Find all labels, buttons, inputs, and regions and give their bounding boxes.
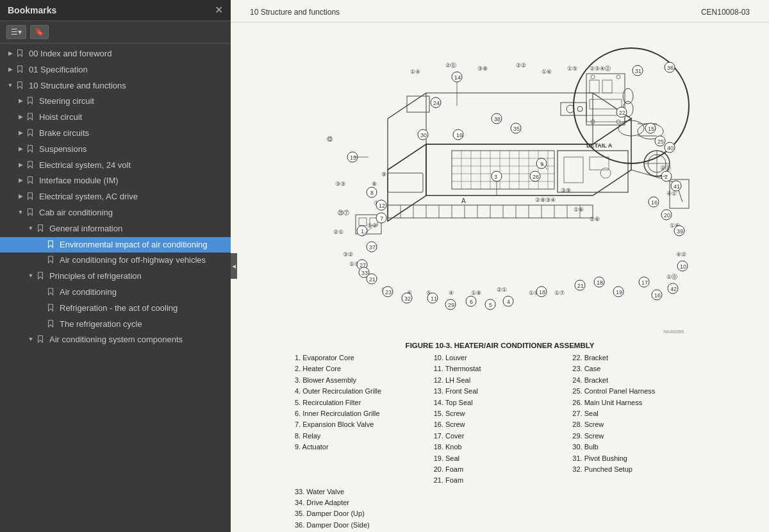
svg-text:④: ④ [449, 290, 454, 296]
collapse-arrow-down: ▼ [28, 224, 34, 233]
bookmark-item-acoffhighway[interactable]: ▶Air conditioning for off-highway vehicl… [0, 253, 231, 269]
collapse-arrow-down: ▼ [28, 272, 34, 280]
bookmark-item-refrigeration[interactable]: ▶Refrigeration - the act of cooling [0, 301, 231, 317]
bookmark-label-suspensions: Suspensions [39, 144, 226, 155]
bookmark-item-principles[interactable]: ▼Principles of refrigeration [0, 269, 231, 285]
svg-text:33: 33 [361, 270, 368, 276]
svg-text:①⑥: ①⑥ [574, 206, 584, 213]
bookmark-icon [27, 161, 36, 172]
close-button[interactable]: ✕ [215, 5, 223, 15]
svg-text:21: 21 [369, 276, 376, 283]
svg-text:13: 13 [350, 154, 356, 161]
svg-text:40: 40 [667, 145, 674, 151]
svg-text:①⓪: ①⓪ [666, 274, 677, 280]
collapse-arrow-down: ▼ [28, 335, 34, 344]
view-button[interactable]: ☰▾ [6, 25, 26, 39]
svg-text:2: 2 [665, 174, 668, 180]
svg-text:②⓪: ②⓪ [660, 165, 671, 171]
svg-text:25: 25 [657, 138, 664, 145]
bookmark-label-refcycle: The refrigeration cycle [60, 319, 226, 330]
bookmark-icon [27, 176, 36, 187]
svg-text:③③: ③③ [335, 181, 345, 187]
svg-text:②①: ②① [497, 287, 507, 293]
bookmark-icon [17, 81, 26, 92]
bookmark-icon [27, 97, 36, 108]
sidebar-collapse-handle[interactable]: ◀ [231, 253, 237, 279]
bookmark-icon [37, 335, 46, 346]
part-28: 28. Screw [572, 420, 705, 429]
collapse-arrow-right: ▶ [19, 192, 23, 201]
svg-text:②⑤④⓪: ②⑤④⓪ [590, 65, 611, 72]
svg-text:④①: ④① [666, 190, 677, 197]
svg-text:②⑧③④: ②⑧③④ [535, 197, 556, 203]
part-15: 15. Screw [434, 409, 566, 419]
bookmark-icon [47, 256, 56, 267]
svg-text:22: 22 [619, 110, 625, 116]
collapse-arrow-right: ▶ [19, 176, 23, 185]
svg-text:10: 10 [680, 263, 686, 270]
part-36: 36. Damper Door (Side) [295, 520, 427, 530]
bookmark-item-suspensions[interactable]: ▶Suspensions [0, 142, 231, 158]
svg-text:20: 20 [664, 212, 670, 219]
svg-text:30: 30 [420, 132, 427, 138]
bookmark-item-brake[interactable]: ▶Brake circuits [0, 126, 231, 142]
bookmark-item-cabair[interactable]: ▼Cab air conditioning [0, 205, 231, 221]
svg-text:14: 14 [454, 74, 461, 81]
bookmark-icon [47, 320, 56, 331]
bookmark-item-01-spec[interactable]: ▶01 Specification [0, 62, 231, 78]
svg-text:16: 16 [651, 199, 657, 206]
bookmark-item-electrical24[interactable]: ▶Electrical system, 24 volt [0, 158, 231, 174]
collapse-arrow-right: ▶ [19, 129, 23, 137]
bookmark-item-hoist[interactable]: ▶Hoist circuit [0, 110, 231, 126]
bookmark-icon [37, 224, 46, 235]
bookmark-icon [27, 129, 36, 140]
part-21: 21. Foam [434, 476, 566, 485]
bookmark-item-geninfo[interactable]: ▼General information [0, 221, 231, 237]
svg-text:19: 19 [616, 289, 622, 295]
bookmark-icon [17, 65, 26, 76]
part-22: 22. Bracket [572, 353, 705, 363]
bookmark-add-button[interactable]: 🔖 [30, 25, 49, 39]
bookmark-icon [47, 240, 56, 251]
bookmark-label-envimpact: Environmental impact of air conditioning [60, 239, 226, 251]
figure-caption: FIGURE 10-3. HEATER/AIR CONDITIONER ASSE… [295, 342, 705, 349]
bookmark-icon [17, 49, 26, 60]
svg-text:4: 4 [507, 299, 510, 305]
bookmark-item-electricalac[interactable]: ▶Electrical system, AC drive [0, 189, 231, 205]
bookmark-item-interfacemod[interactable]: ▶Interface module (IM) [0, 173, 231, 189]
bookmark-label-interfacemod: Interface module (IM) [39, 175, 226, 187]
part-2: 2. Heater Core [295, 364, 427, 374]
sidebar-header: Bookmarks ✕ [0, 0, 231, 21]
part-16: 16. Screw [434, 420, 566, 429]
bookmark-item-refcycle[interactable]: ▶The refrigeration cycle [0, 317, 231, 333]
part-34: 34. Drive Adapter [295, 498, 427, 508]
bookmark-item-acsyscomp[interactable]: ▼Air conditioning system components [0, 332, 231, 348]
bookmark-item-envimpact[interactable]: ▶Environmental impact of air conditionin… [0, 237, 231, 253]
svg-text:36: 36 [667, 65, 674, 71]
bookmark-item-steering[interactable]: ▶Steering circuit [0, 94, 231, 110]
part-35: 35. Damper Door (Up) [295, 509, 427, 519]
bookmark-label-00-index: 00 Index and foreword [29, 48, 226, 60]
bookmark-item-00-index[interactable]: ▶00 Index and foreword [0, 46, 231, 62]
bookmark-item-10-struct[interactable]: ▼10 Structure and functions [0, 78, 231, 94]
collapse-arrow-down: ▼ [18, 208, 24, 217]
svg-text:①⑥: ①⑥ [542, 69, 552, 75]
svg-text:⑨: ⑨ [381, 171, 386, 178]
svg-text:26: 26 [533, 174, 539, 180]
bookmark-label-electricalac: Electrical system, AC drive [39, 191, 226, 203]
diagram-svg-wrapper: DETAIL A ⑬ ③③ ⑳⑦ ②① ③② ①① ①④ ②⓪ [295, 29, 705, 337]
collapse-arrow-right: ▶ [8, 49, 13, 58]
bookmark-label-steering: Steering circuit [39, 96, 226, 107]
collapse-arrow-right: ▶ [19, 97, 23, 105]
part-13: 13. Front Seal [434, 387, 566, 396]
bookmark-item-airconditioning[interactable]: ▶Air conditioning [0, 285, 231, 301]
svg-text:16: 16 [654, 292, 661, 299]
bookmark-label-01-spec: 01 Specification [29, 64, 226, 76]
svg-text:21: 21 [577, 283, 584, 289]
bookmark-label-geninfo: General information [49, 223, 226, 235]
doc-header-right: CEN10008-03 [701, 8, 750, 17]
svg-text:15: 15 [648, 126, 654, 132]
point-a-label: A [461, 197, 466, 204]
svg-text:①⑤: ①⑤ [567, 65, 577, 72]
part-20: 20. Foam [434, 465, 566, 474]
